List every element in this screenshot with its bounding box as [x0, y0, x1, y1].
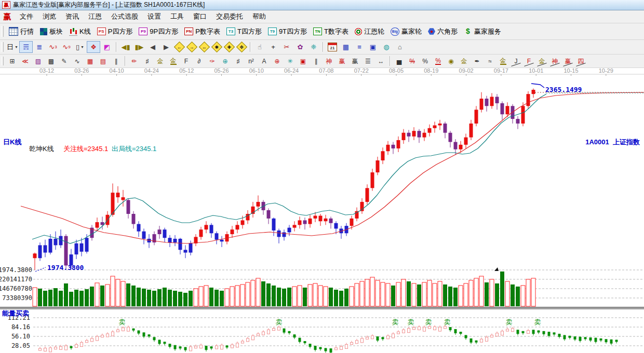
toolbar-button-sectors[interactable]: 板块	[37, 25, 66, 38]
tool-crosshair-tool[interactable]: +	[266, 41, 280, 53]
tool-shen-tool[interactable]: 神	[323, 56, 336, 66]
tool-pen-flag[interactable]: ✒	[471, 56, 484, 66]
chart-region[interactable]: 03-1203-2604-1004-2405-1205-2606-1006-24…	[0, 68, 644, 353]
tool-angle-f[interactable]: F	[522, 56, 535, 66]
tool-zigzag[interactable]: ∿	[71, 56, 84, 66]
tool-expand-all[interactable]: ✥	[235, 41, 248, 53]
tool-shift-left[interactable]: ←	[173, 41, 185, 53]
tool-angle-gold[interactable]: 金	[535, 56, 548, 66]
tool-export[interactable]: ◍	[380, 41, 393, 53]
t-number-table-icon: TN	[313, 28, 322, 35]
tool-percent[interactable]: %	[419, 56, 432, 66]
tool-pen-marks[interactable]: ✑	[206, 56, 219, 66]
tool-spiral[interactable]: ∂	[193, 56, 206, 66]
toolbar-button-winner-service[interactable]: $赢家服务	[461, 25, 504, 38]
tool-percent-strike[interactable]: %	[406, 56, 419, 66]
tool-hash-lines[interactable]: ♯	[141, 56, 154, 66]
tool-circle-teal[interactable]: ⊕	[219, 56, 232, 66]
tool-tree-tool[interactable]: ✿	[293, 41, 307, 53]
tool-pen-red[interactable]: ✏	[128, 56, 141, 66]
toolbar-button-kline[interactable]: K线	[66, 25, 94, 38]
toolbar-button-9t-square[interactable]: T99T四方形	[265, 25, 310, 38]
tool-ying-tool-2[interactable]: 赢	[348, 56, 361, 66]
tool-pencil-line[interactable]: ✎	[58, 56, 71, 66]
toolbar-button-p-square[interactable]: PSP四方形	[94, 25, 136, 38]
tool-last-page[interactable]: ▮▶	[132, 41, 146, 53]
tool-gold-line[interactable]: 金	[458, 56, 471, 66]
menu-item-9[interactable]: 帮助	[248, 11, 271, 21]
tool-compress-all[interactable]: ✚	[223, 41, 235, 53]
tool-grid-dark[interactable]: ▩	[45, 56, 58, 66]
tool-compress-horizontal[interactable]: ✱	[210, 41, 223, 53]
tool-shift-right[interactable]: →	[185, 41, 198, 53]
menu-item-6[interactable]: 工具	[166, 11, 189, 21]
menu-item-1[interactable]: 浏览	[38, 11, 61, 21]
tool-remote[interactable]: ⌂	[393, 41, 407, 53]
tool-angle-ying[interactable]: 赢	[561, 56, 574, 66]
menu-item-4[interactable]: 公式选股	[106, 11, 143, 21]
tool-percent-ul[interactable]: %	[432, 56, 445, 66]
tool-cut-tool[interactable]: ✂	[280, 41, 293, 53]
tool-angle-si[interactable]: 四	[574, 56, 587, 66]
tool-bars-tool[interactable]: ▅	[393, 56, 406, 66]
tool-grid-purple[interactable]: ▨	[32, 56, 45, 66]
tool-period-day[interactable]: 日▼	[6, 41, 19, 53]
toolbar-button-winner-wheel[interactable]: Big赢家轮	[387, 25, 425, 38]
tool-calculator[interactable]: ▦	[339, 41, 353, 53]
tool-first-page[interactable]: ◀▮	[119, 41, 132, 53]
kline-chart-canvas[interactable]: 03-1203-2604-1004-2405-1205-2606-1006-24…	[0, 68, 644, 353]
tool-angle-j[interactable]: J	[509, 56, 522, 66]
tool-angle-shen[interactable]: 神	[548, 56, 561, 66]
menu-item-5[interactable]: 设置	[143, 11, 166, 21]
menu-item-2[interactable]: 资讯	[61, 11, 84, 21]
tool-hash-2[interactable]: ♯	[232, 56, 245, 66]
tool-calendar[interactable]: 21	[326, 41, 339, 53]
toolbar-button-t-number-table[interactable]: TNT数字表	[310, 25, 352, 38]
tool-wave-9[interactable]: ∿9	[60, 41, 73, 53]
tool-prev[interactable]: ◀	[146, 41, 159, 53]
toolbar-button-quotes[interactable]: 行情	[6, 25, 37, 38]
tool-qiankun-kline[interactable]: ❖	[87, 41, 100, 53]
tool-gold-ul[interactable]: 金	[497, 56, 509, 66]
tool-info-panel[interactable]: ≣	[33, 41, 46, 53]
tool-ruler[interactable]: ☰	[361, 56, 374, 66]
tool-circle-red[interactable]: ⊕	[271, 56, 284, 66]
tool-n-squared[interactable]: n²	[245, 56, 258, 66]
tool-gold-circle[interactable]: ◉	[445, 56, 458, 66]
tool-grid-red-1[interactable]: ▦	[84, 56, 97, 66]
tool-wave-grid[interactable]: ≈	[484, 56, 497, 66]
toolbar-button-p-number-table[interactable]: PNP数字表	[181, 25, 223, 38]
tool-next[interactable]: ▶	[159, 41, 173, 53]
tool-web-star[interactable]: ✳	[284, 56, 297, 66]
tool-save[interactable]: ▣	[366, 41, 380, 53]
tool-web-tool[interactable]: ❈	[307, 41, 320, 53]
toolbar-button-gann-wheel[interactable]: 江恩轮	[352, 25, 387, 38]
tool-gold-lines-2[interactable]: 金	[167, 56, 180, 66]
menu-item-7[interactable]: 窗口	[189, 11, 211, 21]
tool-hand-tool[interactable]: ☝	[253, 41, 266, 53]
tool-grid-red-2[interactable]: ▤	[97, 56, 110, 66]
menu-item-0[interactable]: 文件	[15, 11, 38, 21]
tool-chart-style[interactable]: ☴	[19, 41, 33, 53]
toolbar-button-t-square[interactable]: T3T四方形	[223, 25, 265, 38]
tool-candle-type[interactable]: ▯▼	[73, 41, 87, 53]
pane-divider[interactable]	[0, 307, 644, 309]
tool-span-tool[interactable]: ↔	[374, 56, 387, 66]
tool-grid-circle[interactable]: ▣	[297, 56, 310, 66]
tool-fibonacci[interactable]: F	[180, 56, 193, 66]
tool-wave-3[interactable]: ∿3	[46, 41, 60, 53]
menu-item-3[interactable]: 江恩	[84, 11, 106, 21]
toolbar-button-hexagon[interactable]: 六角形	[425, 25, 461, 38]
tool-a-line[interactable]: A	[258, 56, 271, 66]
tool-notes[interactable]: ≡	[353, 41, 366, 53]
menu-item-8[interactable]: 交易委托	[211, 11, 248, 21]
tool-ying-tool[interactable]: 赢	[336, 56, 348, 66]
tool-color-chart[interactable]: ◩	[100, 41, 114, 53]
tool-parallel-lines[interactable]: ∥	[110, 56, 123, 66]
tool-gold-lines[interactable]: 金	[154, 56, 167, 66]
tool-expand-horizontal[interactable]: ↔	[198, 41, 210, 53]
tool-tick-marks[interactable]: ∥	[310, 56, 323, 66]
tool-box-tool[interactable]: ⊞	[6, 56, 19, 66]
tool-fan-red[interactable]: ≪	[19, 56, 32, 66]
toolbar-button-9p-square[interactable]: P99P四方形	[136, 25, 181, 38]
